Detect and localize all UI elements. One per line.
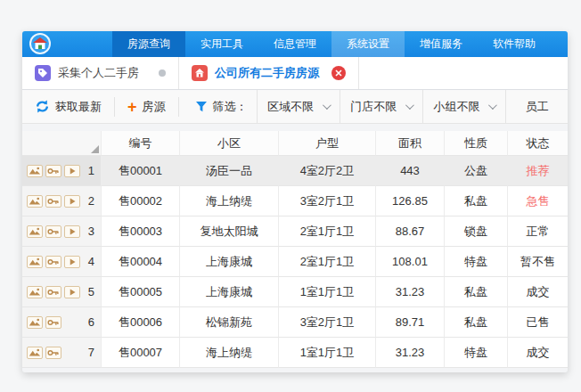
image-icon[interactable] [27,195,43,208]
add-listing-button[interactable]: + 房源 [115,90,178,123]
tab-collect-personal[interactable]: 采集个人二手房 [22,57,179,89]
table-row[interactable]: 3 售00003 复地太阳城 2室1厅1卫 88.67 锁盘 正常 [22,216,568,247]
key-icon[interactable] [45,256,61,268]
cell-nature: 私盘 [445,307,508,338]
cell-community: 海上纳缇 [180,186,279,216]
menu-item-help[interactable]: 软件帮助 [478,31,551,57]
cell-nature: 特盘 [445,338,508,368]
play-icon[interactable] [64,225,80,238]
cell-area: 89.71 [376,307,445,338]
row-leader-cell: 2 [22,186,102,216]
image-icon[interactable] [27,347,43,359]
corner-triangle-icon [91,145,99,153]
key-icon[interactable] [45,195,61,208]
table-row[interactable]: 2 售00002 海上纳缇 3室2厅1卫 126.85 私盘 急售 [22,186,568,216]
key-icon[interactable] [45,316,61,329]
menu-item-info-mgmt[interactable]: 信息管理 [258,31,331,57]
main-menu: 房源查询 实用工具 信息管理 系统设置 增值服务 软件帮助 [112,31,551,57]
table-row[interactable]: 7 售00007 海上纳缇 1室1厅1卫 31.23 特盘 成交 [22,338,568,368]
cell-nature: 锁盘 [445,216,508,247]
cell-code: 售00004 [102,247,180,277]
row-leader-cell: 3 [22,216,102,247]
image-icon[interactable] [27,256,43,268]
image-icon[interactable] [27,225,43,238]
table-body: 1 售00001 汤臣一品 4室2厅2卫 443 公盘 推荐 2 售00002 … [22,156,568,368]
refresh-button[interactable]: 获取最新 [22,90,114,123]
employee-filter-dropdown[interactable]: 员工 [505,90,568,123]
image-icon[interactable] [27,316,43,329]
region-filter-dropdown[interactable]: 区域不限 [257,90,340,123]
play-icon[interactable] [64,165,80,177]
chevron-down-icon [488,101,497,110]
play-icon[interactable] [64,286,80,298]
store-filter-dropdown[interactable]: 门店不限 [340,90,422,123]
cell-community: 上海康城 [180,247,279,277]
select-all-corner[interactable] [22,131,102,156]
table-row[interactable]: 1 售00001 汤臣一品 4室2厅2卫 443 公盘 推荐 [22,156,568,186]
tag-icon [35,65,51,81]
image-icon[interactable] [27,286,43,298]
cell-status: 正常 [508,216,568,247]
table-row[interactable]: 5 售00005 上海康城 1室1厅1卫 31.23 私盘 成交 [22,277,568,307]
cell-code: 售00002 [102,186,180,216]
menu-item-value-added[interactable]: 增值服务 [405,31,478,57]
menu-item-housing-query[interactable]: 房源查询 [112,31,185,57]
table-header-row: 编号 小区 户型 面积 性质 状态 [22,131,568,156]
cell-area: 443 [376,156,445,186]
cell-code: 售00001 [102,156,180,186]
funnel-icon [195,101,208,113]
column-header-code[interactable]: 编号 [102,131,180,156]
filter-label: 筛选： [179,99,257,115]
key-icon[interactable] [45,225,61,238]
toolbar: 获取最新 + 房源 筛选： 区域不限 门店不限 小组不限 员工 [22,90,568,124]
menu-item-system-settings[interactable]: 系统设置 [331,31,405,57]
column-header-layout[interactable]: 户型 [279,131,376,156]
row-number: 5 [88,285,94,298]
menu-item-tools[interactable]: 实用工具 [185,31,258,57]
key-icon[interactable] [45,347,61,359]
row-leader-cell: 4 [22,247,102,277]
table-row[interactable]: 6 售00006 松锦新苑 3室2厅1卫 89.71 私盘 已售 [22,307,568,338]
cell-area: 31.23 [376,277,445,307]
tab-company-listings[interactable]: 公司所有二手房房源 [179,57,359,89]
column-header-status[interactable]: 状态 [508,131,568,156]
menubar: 房源查询 实用工具 信息管理 系统设置 增值服务 软件帮助 [22,31,568,57]
column-header-nature[interactable]: 性质 [445,131,508,156]
row-number: 7 [88,346,94,359]
cell-nature: 公盘 [445,156,508,186]
cell-status: 成交 [508,277,568,307]
close-icon[interactable] [331,66,346,80]
row-leader-cell: 1 [22,156,102,186]
cell-layout: 3室2厅1卫 [279,307,376,338]
tab-bar: 采集个人二手房 公司所有二手房房源 [22,57,568,90]
app-logo-icon[interactable] [29,33,51,54]
key-icon[interactable] [45,286,61,298]
cell-area: 126.85 [376,186,445,216]
key-icon[interactable] [45,165,61,177]
play-icon[interactable] [64,195,80,208]
row-number: 6 [88,315,94,329]
table-row[interactable]: 4 售00004 上海康城 2室1厅1卫 108.01 特盘 暂不售 [22,247,568,277]
cell-nature: 特盘 [445,247,508,277]
cell-area: 108.01 [376,247,445,277]
row-number: 2 [88,194,94,208]
row-number: 3 [88,225,94,238]
row-leader-cell: 7 [22,338,102,368]
tab-dot-icon[interactable] [159,69,166,77]
cell-layout: 4室2厅2卫 [279,156,376,186]
image-icon[interactable] [27,165,43,177]
tab-label: 采集个人二手房 [58,65,139,81]
cell-area: 31.23 [376,338,445,368]
group-filter-dropdown[interactable]: 小组不限 [422,90,505,123]
listings-table: 编号 小区 户型 面积 性质 状态 1 售00001 汤臣一品 4室2厅2卫 4… [22,131,568,368]
tab-label: 公司所有二手房房源 [215,65,319,81]
column-header-area[interactable]: 面积 [376,131,445,156]
play-icon[interactable] [64,256,80,268]
row-number: 4 [88,255,94,268]
cell-layout: 1室1厅1卫 [279,338,376,368]
column-header-community[interactable]: 小区 [180,131,279,156]
cell-code: 售00006 [102,307,180,338]
cell-code: 售00005 [102,277,180,307]
cell-community: 海上纳缇 [180,338,279,368]
refresh-icon [35,99,50,114]
